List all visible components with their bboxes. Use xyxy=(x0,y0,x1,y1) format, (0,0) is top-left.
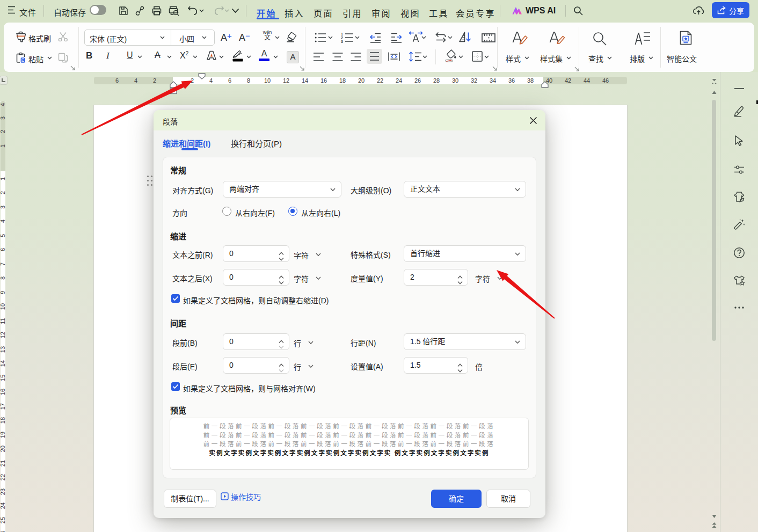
svg-text:2: 2 xyxy=(341,36,343,40)
svg-text:3: 3 xyxy=(341,40,343,43)
svg-text:1: 1 xyxy=(341,32,343,36)
